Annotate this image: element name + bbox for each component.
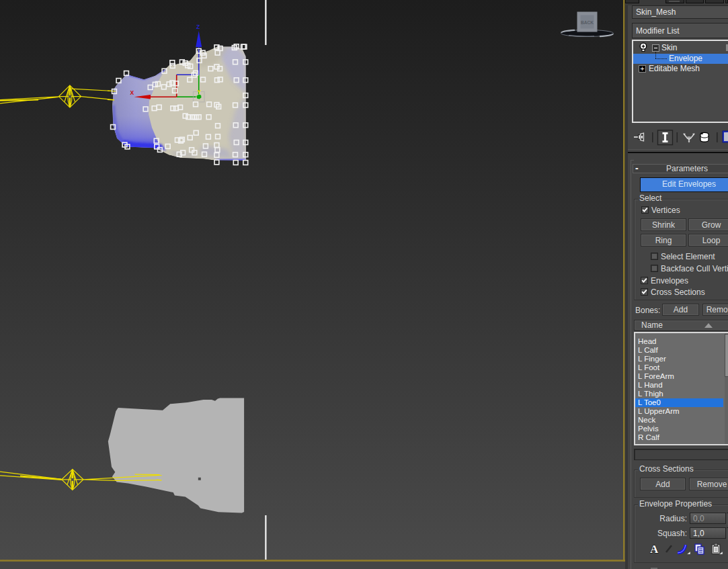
svg-text:A: A — [650, 543, 659, 556]
svg-text:Z: Z — [196, 24, 200, 30]
svg-text:BACK: BACK — [581, 20, 594, 25]
svg-text:X: X — [130, 89, 134, 96]
svg-text:Y: Y — [198, 89, 202, 95]
